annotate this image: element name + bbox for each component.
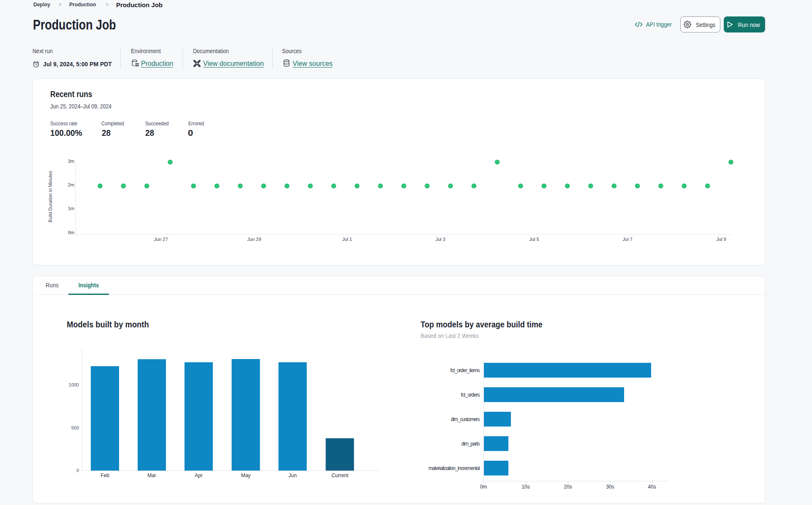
svg-text:0: 0 — [76, 468, 79, 473]
svg-text:1m: 1m — [68, 206, 74, 211]
svg-text:0m: 0m — [480, 484, 487, 490]
svg-text:10s: 10s — [521, 484, 530, 490]
svg-text:materialization_incremental: materialization_incremental — [429, 465, 480, 471]
svg-text:May: May — [241, 473, 251, 478]
svg-text:Current: Current — [331, 473, 349, 478]
svg-text:Mar: Mar — [147, 473, 156, 478]
svg-text:30s: 30s — [606, 484, 614, 490]
svg-text:500: 500 — [71, 425, 79, 430]
svg-text:Jun 29: Jun 29 — [247, 237, 261, 242]
svg-text:Feb: Feb — [100, 473, 109, 478]
svg-text:Jul 3: Jul 3 — [435, 237, 445, 242]
svg-text:Apr: Apr — [195, 473, 203, 478]
svg-text:40s: 40s — [648, 484, 656, 490]
svg-text:Jul 5: Jul 5 — [529, 237, 539, 242]
svg-text:dim_parts: dim_parts — [462, 441, 480, 447]
svg-text:fct_order_items: fct_order_items — [451, 367, 480, 373]
svg-text:Jul 9: Jul 9 — [716, 237, 726, 242]
svg-text:fct_orders: fct_orders — [461, 392, 480, 398]
svg-text:1000: 1000 — [69, 382, 79, 387]
svg-text:20s: 20s — [564, 484, 572, 490]
svg-text:dim_customers: dim_customers — [451, 416, 480, 422]
svg-text:0m: 0m — [68, 230, 74, 235]
svg-text:Build Duration in Minutes: Build Duration in Minutes — [48, 170, 53, 222]
svg-text:Jun: Jun — [288, 473, 296, 478]
svg-text:3m: 3m — [68, 159, 74, 164]
svg-text:2m: 2m — [68, 182, 74, 187]
svg-text:Jul 1: Jul 1 — [342, 237, 352, 242]
svg-text:Jul 7: Jul 7 — [622, 237, 632, 242]
svg-text:Jun 27: Jun 27 — [154, 237, 168, 242]
